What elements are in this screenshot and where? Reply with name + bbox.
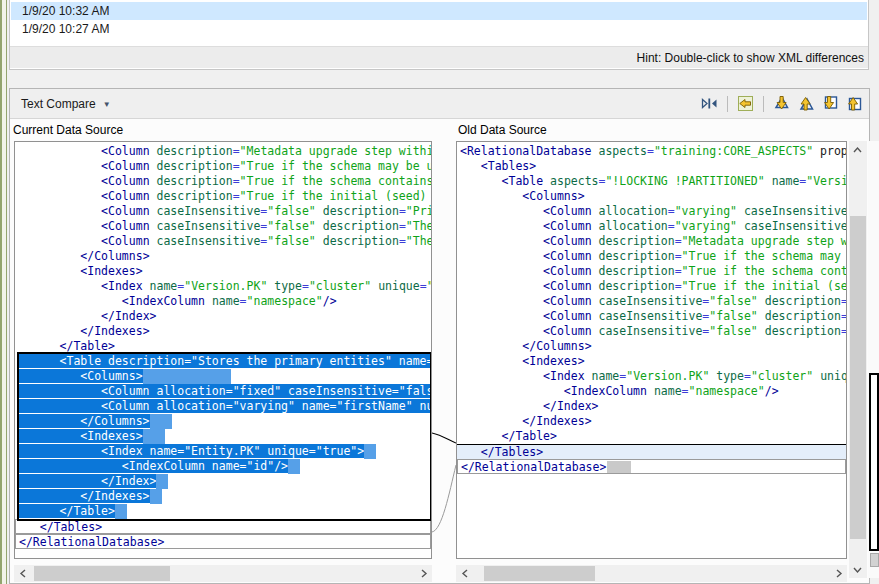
compare-mode-dropdown[interactable]: Text Compare ▼ [10,97,111,111]
code-line[interactable]: <Column description="Metadata upgrade st… [460,234,846,249]
code-line[interactable]: </Table> [18,504,431,519]
scroll-up-icon[interactable] [849,141,866,158]
hint-bar: Hint: Double-click to show XML differenc… [10,46,868,68]
code-line[interactable]: <Table aspects="!LOCKING !PARTITIONED" n… [460,174,846,189]
code-line[interactable]: <Columns> [460,189,846,204]
code-line[interactable]: <Column allocation="varying" caseInsensi… [460,219,846,234]
scroll-left-icon[interactable] [14,565,31,582]
next-change-icon[interactable] [820,94,839,113]
scrollbar-thumb[interactable] [34,566,170,581]
code-line[interactable]: </Columns> [18,414,431,429]
history-list: 1/9/20 10:32 AM1/9/20 10:27 AM [11,2,867,38]
code-line[interactable]: <Column description="True if the initial… [18,189,431,204]
code-line[interactable]: </Indexes> [18,489,431,504]
code-line[interactable]: <Index name="Version.PK" type="cluster" … [18,279,431,294]
code-line[interactable]: </Tables> [15,519,431,534]
code-line[interactable]: <Indexes> [18,429,431,444]
code-line[interactable]: <Index name="Entity.PK" unique="true"> [18,444,431,459]
code-line[interactable]: </Indexes> [18,324,431,339]
previous-change-icon[interactable] [844,94,863,113]
code-line[interactable]: <Tables> [460,159,846,174]
right-code-area[interactable]: <RelationalDatabase aspects="training:CO… [457,142,846,558]
code-line[interactable]: </Columns> [460,339,846,354]
code-line[interactable]: <Column description="True if the initial… [460,279,846,294]
scroll-left-icon[interactable] [456,565,473,582]
copy-change-right-to-left-icon[interactable] [736,94,755,113]
chevron-down-icon: ▼ [103,99,111,109]
code-line[interactable]: <Column caseInsensitive="false" descript… [18,219,431,234]
code-line[interactable]: <Column caseInsensitive="false" descript… [18,234,431,249]
code-line[interactable]: <Column description="True if the schema … [18,174,431,189]
diff-overview-ruler[interactable] [868,141,879,578]
code-line[interactable]: </Index> [460,399,846,414]
history-panel: 1/9/20 10:32 AM1/9/20 10:27 AM Hint: Dou… [9,0,869,70]
scroll-right-icon[interactable] [415,565,432,582]
history-row[interactable]: 1/9/20 10:32 AM [11,2,867,20]
code-line[interactable]: <Column description="True if the schema … [460,249,846,264]
code-line[interactable]: </Table> [18,339,431,354]
code-line[interactable]: <IndexColumn name="namespace"/> [460,384,846,399]
code-line[interactable]: <Column allocation="fixed" caseInsensiti… [18,384,431,399]
overview-selected-diff-marker[interactable] [869,373,879,551]
code-line[interactable]: </Index> [18,309,431,324]
code-line[interactable]: </Columns> [18,249,431,264]
code-line[interactable]: <Index name="Version.PK" type="cluster" … [460,369,846,384]
code-line[interactable]: <Column caseInsensitive="false" descript… [460,324,846,339]
left-code-area[interactable]: <Column description="Metadata upgrade st… [15,142,431,558]
left-horizontal-scrollbar[interactable] [14,565,432,582]
code-line[interactable]: </Indexes> [460,414,846,429]
scrollbar-thumb[interactable] [484,566,595,581]
right-horizontal-scrollbar[interactable] [456,565,847,582]
left-compare-pane[interactable]: <Column description="Metadata upgrade st… [14,141,432,559]
previous-difference-icon[interactable] [796,94,815,113]
selection-remnant-marker [607,461,631,474]
right-pane-title: Old Data Source [458,122,547,138]
history-row[interactable]: 1/9/20 10:27 AM [11,20,867,38]
code-line[interactable]: <Table description="Stores the primary e… [18,354,431,369]
right-vertical-scrollbar[interactable] [849,141,867,578]
code-line[interactable]: </Table> [460,429,846,444]
code-line[interactable]: <Indexes> [18,264,431,279]
scrollbar-thumb[interactable] [850,216,866,539]
next-difference-icon[interactable] [772,94,791,113]
scroll-right-icon[interactable] [830,565,847,582]
code-line[interactable]: </Tables> [457,444,846,459]
compare-toolbar: Text Compare ▼ [10,89,869,119]
code-line[interactable]: </RelationalDatabase> [15,534,431,549]
diff-connector-curves [432,142,456,558]
code-line[interactable]: <Column description="Metadata upgrade st… [18,144,431,159]
code-line[interactable]: <Columns> [18,369,431,384]
scroll-down-icon[interactable] [849,561,866,578]
code-line[interactable]: <Column description="True if the schema … [460,264,846,279]
code-line[interactable]: <Column allocation="varying" name="first… [18,399,431,414]
overview-diff-marker[interactable] [870,553,879,567]
code-line[interactable]: <Column caseInsensitive="false" descript… [460,294,846,309]
code-line[interactable]: <Column caseInsensitive="false" descript… [460,309,846,324]
swap-view-icon[interactable] [700,94,719,113]
code-line[interactable]: <Column caseInsensitive="false" descript… [18,204,431,219]
code-line[interactable]: <Column allocation="varying" caseInsensi… [460,204,846,219]
toolbar-separator [727,96,728,112]
code-line[interactable]: <IndexColumn name="id"/> [18,459,431,474]
code-line[interactable]: <RelationalDatabase aspects="training:CO… [460,144,846,159]
compare-editor: Text Compare ▼ [9,88,870,584]
code-line[interactable]: <Indexes> [460,354,846,369]
left-pane-title: Current Data Source [13,122,123,138]
compare-mode-label: Text Compare [21,97,96,111]
code-line[interactable]: </Index> [18,474,431,489]
code-line[interactable]: <Column description="True if the schema … [18,159,431,174]
toolbar-separator [763,96,764,112]
right-compare-pane[interactable]: <RelationalDatabase aspects="training:CO… [456,141,847,559]
code-line[interactable]: </RelationalDatabase> [457,459,846,474]
window-edge-accent [6,0,7,584]
code-line[interactable]: <IndexColumn name="namespace"/> [18,294,431,309]
